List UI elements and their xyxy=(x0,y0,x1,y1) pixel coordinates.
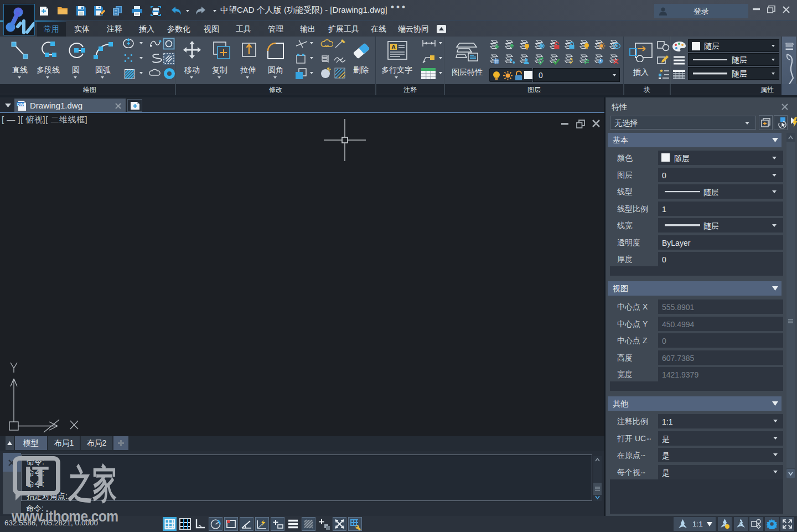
svg-text:DWG: DWG xyxy=(17,102,26,106)
svg-text:A: A xyxy=(391,44,396,50)
